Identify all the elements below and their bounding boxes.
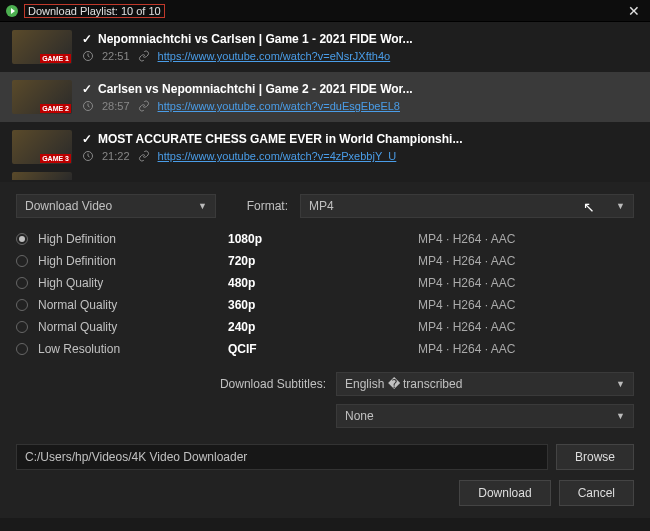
settings-panel: Download Video ▼ Format: MP4 ▼ High Defi… (0, 182, 650, 518)
action-dropdown-value: Download Video (25, 199, 112, 213)
format-label: Format: (228, 199, 288, 213)
radio-icon (16, 299, 28, 311)
action-dropdown[interactable]: Download Video ▼ (16, 194, 216, 218)
quality-resolution: 1080p (228, 232, 408, 246)
radio-icon (16, 255, 28, 267)
playlist-item[interactable]: GAME 2 ✓ Carlsen vs Nepomniachtchi | Gam… (0, 72, 650, 122)
titlebar: Download Playlist: 10 of 10 ✕ (0, 0, 650, 22)
video-url[interactable]: https://www.youtube.com/watch?v=duEsgEbe… (158, 100, 400, 112)
subtitles-secondary-value: None (345, 409, 374, 423)
progress-icon (6, 5, 18, 17)
video-duration: 21:22 (102, 150, 130, 162)
playlist-item-partial (0, 172, 650, 182)
download-path-input[interactable] (16, 444, 548, 470)
quality-codec: MP4 · H264 · AAC (418, 342, 515, 356)
quality-name: High Quality (38, 276, 218, 290)
cancel-button[interactable]: Cancel (559, 480, 634, 506)
video-duration: 28:57 (102, 100, 130, 112)
quality-option[interactable]: High Quality480pMP4 · H264 · AAC (16, 272, 634, 294)
close-icon[interactable]: ✕ (624, 3, 644, 19)
video-url[interactable]: https://www.youtube.com/watch?v=4zPxebbj… (158, 150, 397, 162)
thumb-badge: GAME 3 (40, 154, 71, 163)
chevron-down-icon: ▼ (198, 201, 207, 211)
quality-resolution: 240p (228, 320, 408, 334)
subtitles-label: Download Subtitles: (16, 377, 326, 391)
clock-icon (82, 50, 94, 62)
check-icon: ✓ (82, 82, 92, 96)
quality-option[interactable]: Normal Quality240pMP4 · H264 · AAC (16, 316, 634, 338)
quality-codec: MP4 · H264 · AAC (418, 232, 515, 246)
quality-name: Normal Quality (38, 320, 218, 334)
download-button[interactable]: Download (459, 480, 550, 506)
link-icon (138, 150, 150, 162)
check-icon: ✓ (82, 132, 92, 146)
browse-button[interactable]: Browse (556, 444, 634, 470)
radio-icon (16, 321, 28, 333)
clock-icon (82, 100, 94, 112)
playlist: GAME 1 ✓ Nepomniachtchi vs Carlsen | Gam… (0, 22, 650, 182)
format-dropdown[interactable]: MP4 ▼ (300, 194, 634, 218)
quality-resolution: 360p (228, 298, 408, 312)
video-thumbnail (12, 172, 72, 180)
playlist-item[interactable]: GAME 3 ✓ MOST ACCURATE CHESS GAME EVER i… (0, 122, 650, 172)
video-thumbnail: GAME 2 (12, 80, 72, 114)
quality-codec: MP4 · H264 · AAC (418, 298, 515, 312)
clock-icon (82, 150, 94, 162)
radio-icon (16, 233, 28, 245)
quality-list: High Definition1080pMP4 · H264 · AACHigh… (16, 228, 634, 360)
video-title: Carlsen vs Nepomniachtchi | Game 2 - 202… (98, 82, 413, 96)
quality-option[interactable]: High Definition1080pMP4 · H264 · AAC (16, 228, 634, 250)
quality-name: Low Resolution (38, 342, 218, 356)
quality-name: High Definition (38, 232, 218, 246)
video-thumbnail: GAME 3 (12, 130, 72, 164)
thumb-badge: GAME 1 (40, 54, 71, 63)
link-icon (138, 50, 150, 62)
video-url[interactable]: https://www.youtube.com/watch?v=eNsrJXft… (158, 50, 391, 62)
playlist-item[interactable]: GAME 1 ✓ Nepomniachtchi vs Carlsen | Gam… (0, 22, 650, 72)
chevron-down-icon: ▼ (616, 411, 625, 421)
quality-name: High Definition (38, 254, 218, 268)
quality-option[interactable]: Low ResolutionQCIFMP4 · H264 · AAC (16, 338, 634, 360)
radio-icon (16, 343, 28, 355)
format-dropdown-value: MP4 (309, 199, 334, 213)
window-title: Download Playlist: 10 of 10 (24, 4, 165, 18)
video-title: Nepomniachtchi vs Carlsen | Game 1 - 202… (98, 32, 413, 46)
video-thumbnail: GAME 1 (12, 30, 72, 64)
check-icon: ✓ (82, 32, 92, 46)
chevron-down-icon: ▼ (616, 201, 625, 211)
subtitles-dropdown[interactable]: English � transcribed ▼ (336, 372, 634, 396)
thumb-badge: GAME 2 (40, 104, 71, 113)
video-duration: 22:51 (102, 50, 130, 62)
subtitles-secondary-dropdown[interactable]: None ▼ (336, 404, 634, 428)
quality-codec: MP4 · H264 · AAC (418, 254, 515, 268)
quality-resolution: 720p (228, 254, 408, 268)
quality-resolution: QCIF (228, 342, 408, 356)
radio-icon (16, 277, 28, 289)
chevron-down-icon: ▼ (616, 379, 625, 389)
subtitles-value: English � transcribed (345, 377, 462, 391)
quality-codec: MP4 · H264 · AAC (418, 276, 515, 290)
quality-option[interactable]: High Definition720pMP4 · H264 · AAC (16, 250, 634, 272)
quality-resolution: 480p (228, 276, 408, 290)
link-icon (138, 100, 150, 112)
quality-option[interactable]: Normal Quality360pMP4 · H264 · AAC (16, 294, 634, 316)
quality-codec: MP4 · H264 · AAC (418, 320, 515, 334)
quality-name: Normal Quality (38, 298, 218, 312)
video-title: MOST ACCURATE CHESS GAME EVER in World C… (98, 132, 462, 146)
